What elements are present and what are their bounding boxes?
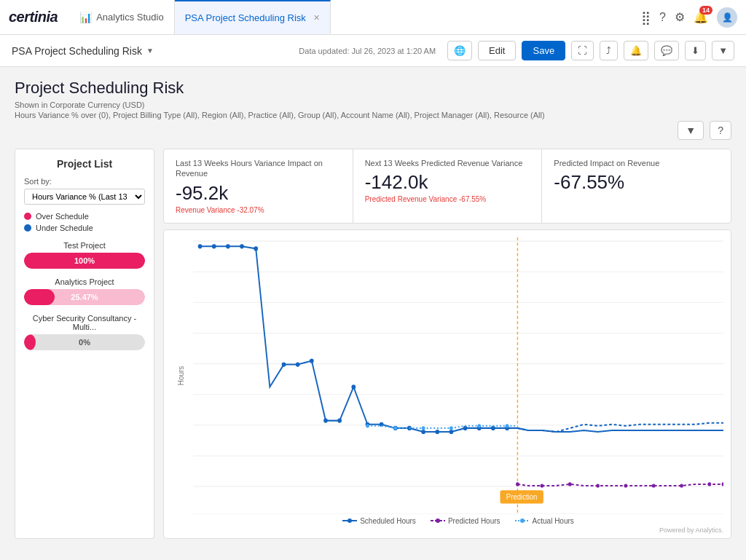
filter-button[interactable]: ▼ [678, 121, 704, 140]
edit-button[interactable]: Edit [478, 41, 516, 60]
avatar[interactable]: 👤 [717, 7, 737, 28]
report-dropdown-icon[interactable]: ▼ [146, 47, 154, 55]
project-name-1: Analytics Project [24, 277, 145, 286]
report-title: PSA Project Scheduling Risk [12, 45, 142, 57]
powered-by: Powered by Analytics. [193, 527, 723, 534]
kpi-sub-1: Predicted Revenue Variance -67.55% [365, 195, 530, 203]
tab-close-icon[interactable]: ✕ [313, 13, 320, 23]
alert-button[interactable]: 🔔 [624, 41, 648, 60]
help-icon[interactable]: ? [659, 11, 666, 24]
svg-point-46 [393, 426, 397, 430]
share-button[interactable]: ⤴ [600, 41, 618, 60]
notification-icon[interactable]: 🔔 14 [694, 10, 708, 24]
svg-point-58 [707, 482, 711, 486]
legend-actual: Actual Hours [515, 517, 574, 525]
kpi-label-0: Last 13 Weeks Hours Variance Impact on R… [176, 158, 341, 179]
fullscreen-button[interactable]: ⛶ [571, 41, 594, 60]
kpi-row: Last 13 Weeks Hours Variance Impact on R… [163, 149, 731, 224]
legend-predicted-label: Predicted Hours [448, 517, 500, 525]
svg-point-47 [422, 426, 425, 430]
svg-point-33 [351, 384, 356, 389]
sort-label: Sort by: [24, 177, 145, 186]
svg-point-24 [212, 244, 216, 248]
chart-area: Hours 0 [193, 237, 723, 514]
notification-badge: 14 [699, 6, 712, 15]
more-button[interactable]: ▼ [712, 41, 734, 60]
info-button[interactable]: ? [710, 121, 731, 140]
project-entry-1[interactable]: Analytics Project25.47% [24, 277, 145, 305]
chart-container: Hours 0 [163, 229, 731, 539]
nav-tabs: 📊 Analytics Studio PSA Project Schedulin… [69, 0, 641, 34]
legend-under-schedule: Under Schedule [24, 224, 145, 232]
report-title-area: PSA Project Scheduling Risk ▼ [12, 45, 154, 57]
kpi-value-0: -95.2k [176, 182, 341, 205]
svg-point-76 [348, 518, 352, 523]
project-entry-0[interactable]: Test Project100% [24, 241, 145, 269]
project-name-2: Cyber Security Consultancy - Multi... [24, 314, 145, 331]
svg-point-45 [366, 424, 369, 427]
svg-point-51 [516, 482, 519, 486]
svg-point-53 [568, 482, 572, 486]
chat-button[interactable]: 💬 [654, 41, 679, 60]
settings-icon[interactable]: ⚙ [675, 10, 685, 24]
progress-bar-0: 100% [24, 253, 145, 269]
svg-point-25 [226, 244, 230, 248]
content-area: Project List Sort by: Hours Variance % (… [15, 149, 731, 539]
filter-bar: ▼ ? [15, 121, 731, 140]
svg-point-23 [198, 244, 203, 248]
kpi-value-2: -67.55% [554, 171, 719, 194]
svg-point-40 [449, 430, 454, 434]
tab-psa-project[interactable]: PSA Project Scheduling Risk ✕ [175, 0, 331, 34]
report-subtitle2: Hours Variance % over (0), Project Billi… [15, 111, 731, 119]
svg-point-78 [436, 518, 440, 523]
svg-point-31 [323, 418, 328, 422]
svg-text:Prediction: Prediction [506, 493, 538, 501]
kpi-card-1: Next 13 Weeks Predicted Revenue Variance… [353, 149, 543, 223]
svg-point-29 [296, 362, 300, 366]
page-title: Project Scheduling Risk [15, 79, 731, 98]
y-axis-label: Hours [177, 366, 185, 385]
tab-analytics-studio-label: Analytics Studio [96, 12, 164, 23]
svg-point-80 [520, 518, 525, 523]
kpi-card-0: Last 13 Weeks Hours Variance Impact on R… [164, 149, 353, 223]
kpi-label-2: Predicted Impact on Revenue [554, 158, 719, 168]
under-schedule-label: Under Schedule [36, 224, 93, 232]
svg-point-57 [680, 484, 683, 487]
kpi-card-2: Predicted Impact on Revenue -67.55% [542, 149, 731, 223]
chart-icon: 📊 [79, 12, 92, 23]
progress-label-0: 100% [24, 253, 145, 269]
svg-point-50 [506, 424, 509, 427]
kpi-value-1: -142.0k [365, 171, 530, 194]
save-button[interactable]: Save [522, 41, 565, 60]
over-schedule-dot [24, 213, 31, 220]
legend-scheduled-label: Scheduled Hours [360, 517, 416, 525]
sub-header: PSA Project Scheduling Risk ▼ Data updat… [0, 35, 746, 67]
top-nav: certinia 📊 Analytics Studio PSA Project … [0, 0, 746, 35]
progress-bar-1: 25.47% [24, 289, 145, 305]
download-button[interactable]: ⬇ [685, 41, 706, 60]
svg-point-55 [624, 484, 628, 487]
chart-legend: Scheduled Hours Predicted Hours Actual H… [193, 517, 723, 525]
tab-analytics-studio[interactable]: 📊 Analytics Studio [69, 0, 175, 34]
grid-icon[interactable]: ⣿ [641, 9, 651, 25]
project-sidebar: Project List Sort by: Hours Variance % (… [15, 149, 154, 539]
sort-select[interactable]: Hours Variance % (Last 13 We [24, 189, 145, 205]
scheduled-hours-line [200, 246, 723, 432]
project-name-0: Test Project [24, 241, 145, 250]
svg-point-52 [541, 484, 544, 487]
under-schedule-dot [24, 224, 31, 232]
nav-right: ⣿ ? ⚙ 🔔 14 👤 [641, 7, 737, 28]
progress-label-1: 25.47% [24, 289, 145, 305]
svg-point-28 [282, 362, 286, 366]
project-entry-2[interactable]: Cyber Security Consultancy - Multi...0% [24, 314, 145, 350]
progress-bar-2: 0% [24, 334, 145, 350]
legend-actual-label: Actual Hours [533, 517, 574, 525]
svg-point-54 [596, 484, 600, 487]
legend-over-schedule: Over Schedule [24, 212, 145, 221]
translate-button[interactable]: 🌐 [447, 41, 472, 60]
legend-predicted: Predicted Hours [431, 517, 500, 525]
svg-point-27 [254, 246, 258, 251]
report-subtitle1: Shown in Corporate Currency (USD) [15, 100, 731, 109]
svg-point-30 [310, 358, 314, 363]
svg-point-56 [652, 484, 656, 487]
